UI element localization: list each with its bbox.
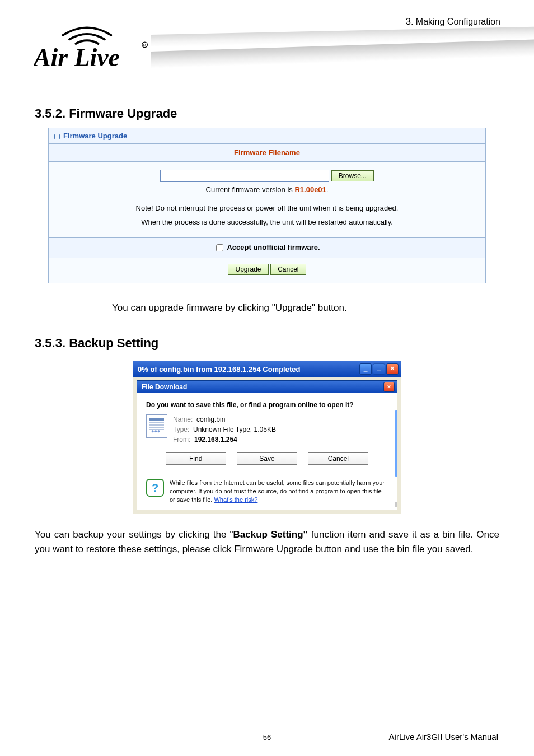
from-key: From: — [173, 436, 190, 444]
backup-paragraph-bold: Backup Setting" — [233, 529, 308, 540]
manual-title: AirLive Air3GII User's Manual — [389, 732, 498, 741]
page-header: 3. Making Configuration Air Live R — [0, 0, 534, 95]
heading-backup-setting: 3.5.3. Backup Setting — [35, 336, 534, 351]
bullet-icon — [54, 134, 60, 139]
file-download-dialog: File Download × Do you want to save this… — [137, 380, 397, 510]
save-button[interactable]: Save — [237, 452, 297, 465]
cancel-button[interactable]: Cancel — [270, 264, 306, 275]
firmware-version-value: R1.00e01 — [294, 185, 326, 194]
firmware-note-1: Note! Do not interrupt the process or po… — [60, 204, 474, 212]
firmware-note-2: When the process is done successfully, t… — [60, 218, 474, 226]
dialog-cancel-button[interactable]: Cancel — [308, 452, 368, 465]
firmware-filename-heading: Firmware Filename — [49, 144, 485, 162]
minimize-button[interactable]: _ — [359, 363, 372, 375]
airlive-logo: Air Live R — [34, 16, 151, 72]
warning-text-body: While files from the Internet can be use… — [170, 479, 385, 503]
type-key: Type: — [173, 426, 189, 433]
whats-the-risk-link[interactable]: What's the risk? — [214, 496, 257, 503]
from-value: 192.168.1.254 — [194, 436, 237, 444]
svg-text:R: R — [143, 43, 146, 47]
firmware-version-prefix: Current firmware version is — [206, 185, 295, 194]
name-value: config.bin — [196, 416, 225, 423]
firmware-version-row: Current firmware version is R1.00e01. — [60, 185, 474, 194]
accept-unofficial-label: Accept unofficial firmware. — [227, 243, 320, 251]
scrollbar-sliver — [395, 502, 397, 507]
file-download-question: Do you want to save this file, or find a… — [146, 401, 388, 409]
file-type-icon: ●●● — [146, 414, 167, 438]
heading-firmware-upgrade: 3.5.2. Firmware Upgrade — [35, 106, 534, 121]
backup-paragraph-a: You can backup your settings by clicking… — [35, 529, 233, 540]
firmware-file-input[interactable] — [160, 170, 329, 182]
warning-text: While files from the Internet can be use… — [170, 479, 388, 504]
browse-button[interactable]: Browse... — [331, 170, 374, 181]
help-shield-icon — [146, 479, 164, 497]
name-key: Name: — [173, 416, 193, 423]
dialog-close-button[interactable]: × — [383, 382, 395, 392]
firmware-paragraph: You can upgrade firmware by clicking "Up… — [112, 302, 489, 314]
close-button[interactable]: × — [386, 363, 399, 375]
svg-text:Air Live: Air Live — [34, 43, 120, 72]
page-number: 56 — [263, 733, 271, 741]
firmware-panel-title: Firmware Upgrade — [49, 128, 485, 144]
file-download-title: File Download — [142, 383, 187, 391]
progress-window-title: 0% of config.bin from 192.168.1.254 Comp… — [138, 365, 359, 374]
scrollbar-sliver — [395, 410, 397, 477]
find-button[interactable]: Find — [166, 452, 226, 465]
progress-window: 0% of config.bin from 192.168.1.254 Comp… — [133, 361, 401, 514]
type-value: Unknown File Type, 1.05KB — [193, 426, 276, 433]
maximize-button: □ — [373, 363, 385, 375]
backup-paragraph: You can backup your settings by clicking… — [35, 528, 499, 557]
upgrade-button[interactable]: Upgrade — [228, 264, 268, 275]
firmware-version-suffix: . — [326, 185, 329, 194]
accept-unofficial-checkbox[interactable] — [216, 244, 223, 251]
page-footer: 56 AirLive Air3GII User's Manual — [0, 732, 534, 741]
firmware-upgrade-panel: Firmware Upgrade Firmware Filename Brows… — [48, 128, 486, 283]
firmware-panel-title-text: Firmware Upgrade — [63, 132, 127, 140]
section-path: 3. Making Configuration — [406, 17, 500, 27]
file-meta: Name: config.bin Type: Unknown File Type… — [173, 414, 276, 445]
